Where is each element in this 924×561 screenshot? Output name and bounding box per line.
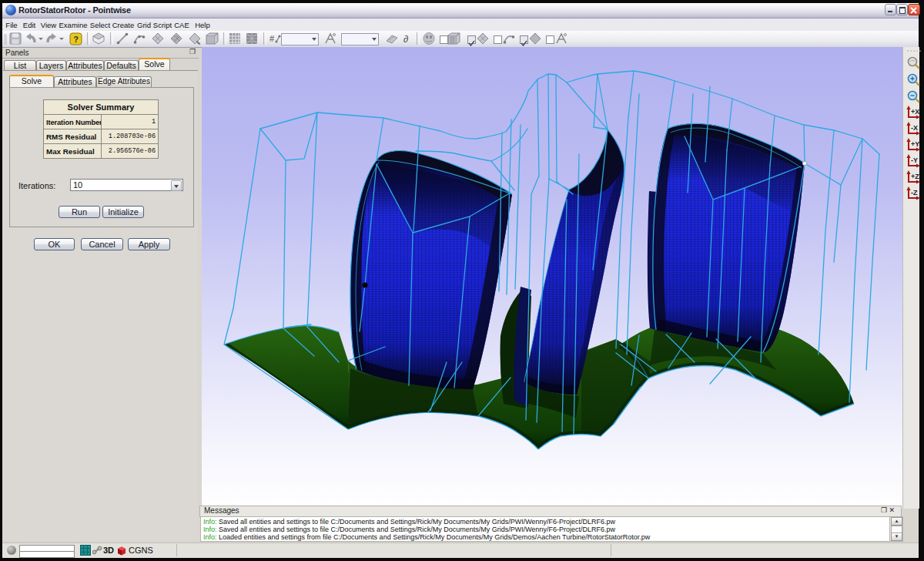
svg-text:-Z: -Z (911, 189, 918, 197)
svg-text:-X: -X (911, 124, 918, 132)
svg-text:-Y: -Y (911, 156, 918, 164)
svg-text:+Y: +Y (911, 140, 919, 148)
svg-text:+X: +X (911, 108, 919, 116)
svg-text:?: ? (73, 35, 79, 44)
svg-text:+Z: +Z (911, 173, 919, 180)
svg-text:#: # (270, 34, 274, 43)
svg-text:∂: ∂ (403, 33, 408, 45)
